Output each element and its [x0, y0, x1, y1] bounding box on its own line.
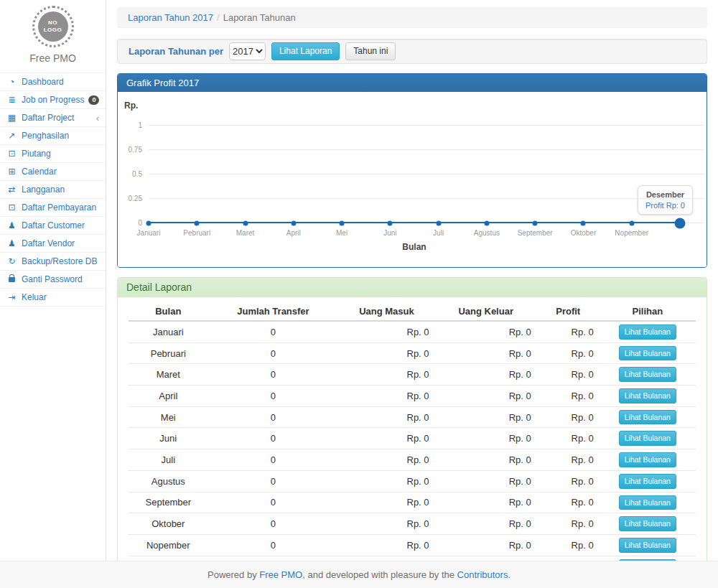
table-row: Agustus0Rp. 0Rp. 0Rp. 0Lihat Bulanan	[129, 470, 696, 492]
sidebar-item-calendar[interactable]: ⊞Calendar	[0, 163, 106, 180]
lihat-bulanan-button[interactable]: Lihat Bulanan	[619, 538, 676, 553]
money-icon: ⊡	[6, 202, 17, 213]
cell-pilihan: Lihat Bulanan	[600, 449, 696, 471]
lihat-bulanan-button[interactable]: Lihat Bulanan	[619, 325, 676, 340]
sidebar-item-daftar-project[interactable]: ▦Daftar Project‹	[0, 109, 106, 126]
data-point-januari[interactable]	[146, 220, 151, 225]
breadcrumb-link-laporan-tahun[interactable]: Laporan Tahun 2017	[128, 12, 213, 23]
lihat-bulanan-button[interactable]: Lihat Bulanan	[619, 452, 676, 467]
data-point-maret[interactable]	[243, 220, 248, 225]
cell-uang-keluar: Rp. 0	[435, 428, 537, 449]
cell-jumlah-transfer: 0	[208, 364, 339, 386]
cell-jumlah-transfer: 0	[208, 428, 339, 449]
sidebar-item-backup-restore-db[interactable]: ↻Backup/Restore DB	[0, 253, 106, 270]
gridline	[149, 125, 704, 126]
tachometer-icon: ◔	[6, 77, 17, 87]
tahun-ini-button[interactable]: Tahun ini	[345, 42, 396, 60]
column-header-uang-masuk: Uang Masuk	[338, 303, 434, 321]
cell-profit: Rp. 0	[537, 534, 600, 556]
cell-bulan: Nopember	[129, 534, 208, 556]
cell-jumlah-transfer: 0	[208, 386, 339, 407]
sidebar: NO LOGO Free PMO ◔Dashboard≣Job on Progr…	[0, 0, 106, 561]
cell-uang-keluar: Rp. 0	[435, 492, 537, 513]
logo-text-line2: LOGO	[44, 27, 62, 34]
table-row: Mei0Rp. 0Rp. 0Rp. 0Lihat Bulanan	[129, 406, 696, 428]
sidebar-item-ganti-password[interactable]: Ganti Password	[0, 271, 106, 288]
cell-pilihan: Lihat Bulanan	[600, 534, 696, 556]
cell-uang-masuk: Rp. 0	[338, 492, 434, 513]
tasks-icon: ≣	[6, 95, 17, 105]
lihat-bulanan-button[interactable]: Lihat Bulanan	[619, 516, 676, 531]
lihat-bulanan-button[interactable]: Lihat Bulanan	[619, 410, 676, 425]
y-tick-label: 0	[118, 219, 142, 227]
sidebar-item-langganan[interactable]: ⇄Langganan	[0, 181, 106, 198]
cell-jumlah-transfer: 0	[208, 492, 339, 513]
report-filter-form: Laporan Tahunan per 2017 Lihat Laporan T…	[117, 39, 707, 64]
sidebar-item-label: Daftar Vendor	[22, 238, 75, 248]
sidebar-item-daftar-pembayaran[interactable]: ⊡Daftar Pembayaran	[0, 199, 106, 216]
data-point-agustus[interactable]	[484, 220, 489, 225]
sidebar-item-daftar-customer[interactable]: ♟Daftar Customer	[0, 217, 106, 234]
cell-pilihan: Lihat Bulanan	[600, 556, 696, 561]
data-point-pebruari[interactable]	[195, 220, 200, 225]
sidebar-item-daftar-vendor[interactable]: ♟Daftar Vendor	[0, 235, 106, 252]
table-row: September0Rp. 0Rp. 0Rp. 0Lihat Bulanan	[129, 492, 696, 513]
year-select[interactable]: 2017	[229, 42, 266, 60]
data-point-september[interactable]	[533, 220, 538, 225]
data-point-desember[interactable]	[675, 218, 686, 228]
sidebar-item-keluar[interactable]: ⇥Keluar	[0, 289, 106, 306]
sidebar-item-piutang[interactable]: ⊡Piutang	[0, 145, 106, 162]
table-row: April0Rp. 0Rp. 0Rp. 0Lihat Bulanan	[129, 386, 696, 407]
sidebar-item-penghasilan[interactable]: ↗Penghasilan	[0, 127, 106, 144]
cell-bulan: Maret	[129, 364, 208, 386]
lihat-bulanan-button[interactable]: Lihat Bulanan	[619, 495, 676, 510]
sidebar-item-dashboard[interactable]: ◔Dashboard	[0, 73, 106, 90]
data-point-nopember[interactable]	[629, 220, 634, 225]
breadcrumb: Laporan Tahun 2017/Laporan Tahunan	[117, 7, 707, 28]
cell-profit: Rp. 0	[537, 492, 600, 513]
contributors-link[interactable]: Contributors.	[457, 569, 510, 580]
table-row: Maret0Rp. 0Rp. 0Rp. 0Lihat Bulanan	[129, 364, 696, 386]
data-point-juni[interactable]	[388, 220, 393, 225]
cell-pilihan: Lihat Bulanan	[600, 321, 696, 342]
data-point-juli[interactable]	[436, 220, 441, 225]
breadcrumb-separator: /	[213, 12, 223, 23]
sidebar-item-job-on-progress[interactable]: ≣Job on Progress0	[0, 91, 106, 108]
y-axis-title: Rp.	[124, 101, 138, 111]
lihat-laporan-button[interactable]: Lihat Laporan	[271, 42, 340, 60]
free-pmo-link[interactable]: Free PMO	[259, 569, 302, 580]
sidebar-menu-item: ⊡Piutang	[0, 144, 106, 162]
lihat-bulanan-button[interactable]: Lihat Bulanan	[619, 388, 676, 403]
cell-jumlah-transfer: 0	[208, 321, 339, 342]
sidebar-item-label: Daftar Pembayaran	[22, 202, 96, 213]
data-point-april[interactable]	[291, 220, 296, 225]
sidebar-item-label: Ganti Password	[22, 274, 83, 284]
app-window: NO LOGO Free PMO ◔Dashboard≣Job on Progr…	[0, 0, 718, 588]
report-table: BulanJumlah TransferUang MasukUang Kelua…	[129, 303, 696, 561]
cell-uang-keluar: Rp. 0	[435, 556, 537, 561]
report-table-body: Januari0Rp. 0Rp. 0Rp. 0Lihat BulananPebr…	[129, 321, 696, 561]
lihat-bulanan-button[interactable]: Lihat Bulanan	[619, 346, 676, 361]
lihat-bulanan-button[interactable]: Lihat Bulanan	[619, 474, 676, 489]
cell-bulan: Januari	[129, 321, 208, 342]
lihat-bulanan-button[interactable]: Lihat Bulanan	[619, 431, 676, 446]
profit-series-line	[149, 222, 680, 223]
cell-profit: Rp. 0	[537, 406, 600, 428]
gridline	[149, 198, 704, 199]
data-point-oktober[interactable]	[581, 220, 586, 225]
lihat-bulanan-button[interactable]: Lihat Bulanan	[619, 367, 676, 382]
cell-uang-masuk: Rp. 0	[338, 364, 434, 386]
column-header-uang-keluar: Uang Keluar	[435, 303, 537, 321]
data-point-mei[interactable]	[340, 220, 345, 225]
cell-pilihan: Lihat Bulanan	[600, 342, 696, 364]
sign-out-icon: ⇥	[6, 292, 17, 302]
cell-uang-masuk: Rp. 0	[338, 556, 434, 561]
cell-uang-masuk: Rp. 0	[338, 470, 434, 492]
table-row: Nopember0Rp. 0Rp. 0Rp. 0Lihat Bulanan	[129, 534, 696, 556]
cell-profit: Rp. 0	[537, 513, 600, 535]
table-header-row: BulanJumlah TransferUang MasukUang Kelua…	[129, 303, 696, 321]
cell-pilihan: Lihat Bulanan	[600, 406, 696, 428]
cell-profit: Rp. 0	[537, 428, 600, 449]
users-icon: ♟	[6, 238, 17, 248]
retweet-icon: ⇄	[6, 185, 17, 195]
